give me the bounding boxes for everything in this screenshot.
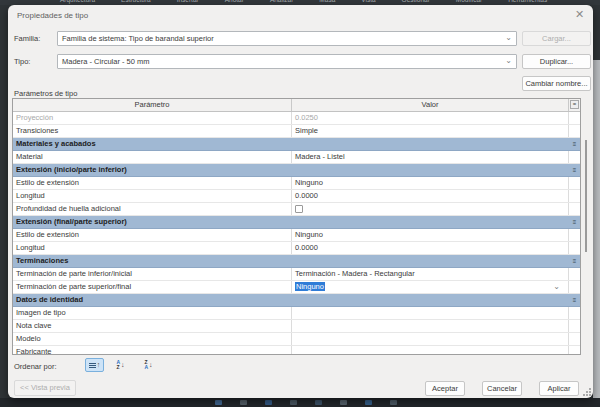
resize-grip-icon[interactable]: [583, 388, 591, 396]
param-name: Imagen de tipo: [13, 307, 292, 319]
param-name: Modelo: [13, 333, 292, 345]
parameter-row[interactable]: Longitud0.0000: [13, 242, 580, 255]
a-to-z-icon: AZ: [116, 360, 120, 370]
collapse-icon[interactable]: ≡: [573, 219, 577, 225]
ribbon-tab[interactable]: Masa: [319, 0, 335, 3]
param-value: 0.0000: [295, 191, 318, 200]
param-value-cell[interactable]: Madera - Listel: [292, 151, 569, 163]
param-name: Proyección: [13, 112, 292, 124]
ribbon-tab[interactable]: Modificar: [456, 0, 482, 3]
apply-button[interactable]: Aplicar: [539, 381, 579, 396]
section-name: Materiales y acabados: [13, 138, 569, 150]
type-properties-dialog: Propiedades de tipo ✕ Familia: Familia d…: [8, 5, 593, 398]
type-dropdown[interactable]: Madera - Circular - 50 mm ⌄: [57, 54, 517, 69]
value-column-header[interactable]: Valor: [292, 99, 569, 111]
ribbon-tab[interactable]: Insertar: [177, 0, 199, 3]
parameter-row[interactable]: Proyección0.0250: [13, 112, 580, 125]
param-value-cell[interactable]: [292, 333, 569, 345]
param-value-cell[interactable]: Terminación - Madera - Rectangular: [292, 268, 569, 280]
family-label: Familia:: [14, 34, 40, 43]
duplicate-button[interactable]: Duplicar...: [522, 54, 591, 69]
taskbar: [0, 398, 600, 407]
ribbon-tab[interactable]: Arquitectura: [60, 0, 95, 3]
parameters-table: Parámetro Valor = Proyección0.0250Transi…: [12, 98, 581, 355]
collapse-icon[interactable]: ≡: [573, 297, 577, 303]
parameter-row[interactable]: Imagen de tipo: [13, 307, 580, 320]
section-header-row[interactable]: Materiales y acabados≡: [13, 138, 580, 151]
param-value-cell[interactable]: 0.0250: [292, 112, 569, 124]
selected-value[interactable]: Ninguno: [295, 282, 325, 291]
ribbon-tab[interactable]: Gestionar: [402, 0, 430, 3]
param-value-cell[interactable]: [292, 346, 569, 355]
parameter-row[interactable]: Terminación de parte inferior/inicialTer…: [13, 268, 580, 281]
parameter-row[interactable]: MaterialMadera - Listel: [13, 151, 580, 164]
ribbon-tab[interactable]: Anotar: [225, 0, 244, 3]
collapse-icon[interactable]: ≡: [573, 258, 577, 264]
param-value-cell[interactable]: 0.0000: [292, 242, 569, 254]
sort-by-label: Ordenar por:: [14, 362, 57, 371]
type-value: Madera - Circular - 50 mm: [62, 57, 150, 66]
screen: ArquitecturaEstructuraInsertarAnotarAnal…: [0, 0, 600, 407]
section-header-row[interactable]: Extensión (final/parte superior)≡: [13, 216, 580, 229]
taskbar-icon: [265, 400, 272, 405]
param-value-cell[interactable]: Ninguno: [292, 177, 569, 189]
param-name: Estilo de extensión: [13, 229, 292, 241]
taskbar-icon: [390, 400, 397, 405]
collapse-icon[interactable]: ≡: [573, 167, 577, 173]
parameter-row[interactable]: Modelo: [13, 333, 580, 346]
collapse-icon[interactable]: ≡: [573, 141, 577, 147]
ok-button[interactable]: Aceptar: [425, 381, 465, 396]
type-label: Tipo:: [14, 57, 30, 66]
rename-button[interactable]: Cambiar nombre...: [522, 76, 591, 91]
sort-descending-button[interactable]: ZA↓: [139, 358, 158, 372]
ribbon-tabs: ArquitecturaEstructuraInsertarAnotarAnal…: [0, 0, 600, 3]
param-name: Estilo de extensión: [13, 177, 292, 189]
taskbar-icon: [340, 400, 347, 405]
section-header-row[interactable]: Extensión (inicio/parte inferior)≡: [13, 164, 580, 177]
section-name: Datos de identidad: [13, 294, 569, 306]
parameter-row[interactable]: Terminación de parte superior/finalNingu…: [13, 281, 580, 294]
parameter-row[interactable]: Longitud0.0000: [13, 190, 580, 203]
load-button[interactable]: Cargar...: [522, 31, 591, 46]
param-value-cell[interactable]: Simple: [292, 125, 569, 137]
param-value-cell[interactable]: Ninguno: [292, 229, 569, 241]
ribbon-tab[interactable]: Analizar: [270, 0, 293, 3]
param-value: 0.0000: [295, 243, 318, 252]
param-name: Material: [13, 151, 292, 163]
type-parameters-label: Parámetros de tipo: [14, 89, 77, 98]
sort-ascending-button[interactable]: AZ↓: [111, 358, 130, 372]
param-value: Ninguno: [295, 178, 323, 187]
param-name: Longitud: [13, 190, 292, 202]
value-checkbox[interactable]: [295, 205, 303, 213]
ribbon-tab[interactable]: Estructura: [121, 0, 151, 3]
param-value: Madera - Listel: [295, 152, 345, 161]
section-header-row[interactable]: Datos de identidad≡: [13, 294, 580, 307]
parameter-row[interactable]: Estilo de extensiónNinguno: [13, 229, 580, 242]
param-name: Longitud: [13, 242, 292, 254]
ribbon-tab[interactable]: Herramientas: [508, 0, 547, 3]
param-value-cell[interactable]: [292, 320, 569, 332]
section-header-row[interactable]: Terminaciones≡: [13, 255, 580, 268]
taskbar-icon: [215, 400, 222, 405]
sort-default-button[interactable]: ↑: [85, 358, 104, 372]
parameter-row[interactable]: TransicionesSimple: [13, 125, 580, 138]
param-value-cell[interactable]: Ninguno⌄: [292, 281, 569, 293]
parameter-row[interactable]: Estilo de extensiónNinguno: [13, 177, 580, 190]
cancel-button[interactable]: Cancelar: [482, 381, 522, 396]
parameter-row[interactable]: Profundidad de huella adicional: [13, 203, 580, 216]
family-dropdown[interactable]: Familia de sistema: Tipo de barandal sup…: [57, 31, 517, 46]
chevron-down-icon[interactable]: ⌄: [553, 281, 560, 292]
equals-icon: =: [570, 100, 579, 109]
param-name: Profundidad de huella adicional: [13, 203, 292, 215]
ribbon-tab[interactable]: Vista: [361, 0, 375, 3]
parameter-column-header[interactable]: Parámetro: [13, 99, 292, 111]
param-value-cell[interactable]: [292, 307, 569, 319]
parameter-row[interactable]: Nota clave: [13, 320, 580, 333]
parameter-row[interactable]: Fabricante: [13, 346, 580, 355]
param-value-cell[interactable]: 0.0000: [292, 190, 569, 202]
param-name: Transiciones: [13, 125, 292, 137]
param-value-cell[interactable]: [292, 203, 569, 215]
close-icon[interactable]: ✕: [573, 8, 586, 21]
preview-button[interactable]: << Vista previa: [14, 380, 76, 396]
table-scrollbar[interactable]: [585, 140, 587, 252]
